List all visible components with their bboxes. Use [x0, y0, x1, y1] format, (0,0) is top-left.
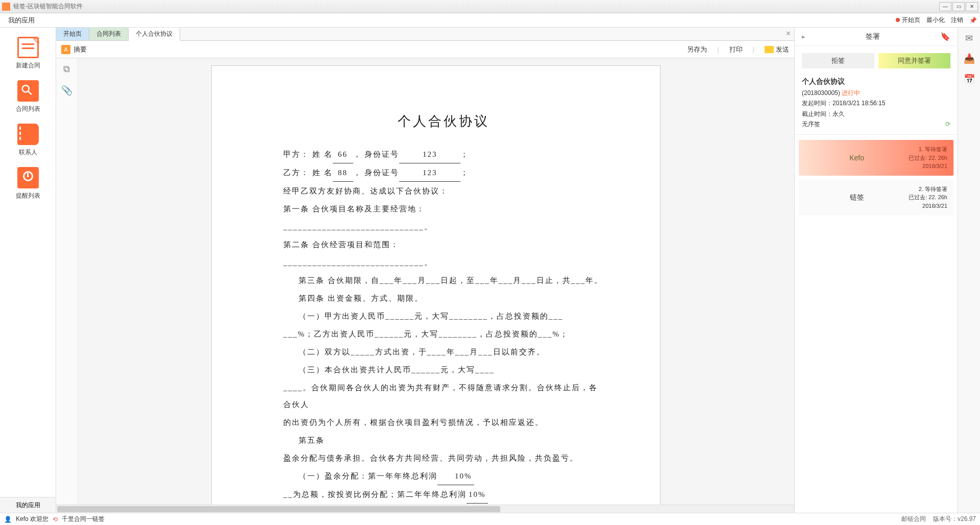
menubar: 我的应用 开始页 最小化 注销 📌	[0, 13, 980, 28]
inbox-icon[interactable]: 📥	[963, 52, 976, 65]
signer-status: 1. 等待签署	[909, 145, 947, 154]
status-bar: 👤 Kefo 欢迎您 ⟲ 千里合同一链签 邮链合同 版本号：v26.97	[0, 513, 980, 525]
bookmark-icon[interactable]: 🔖	[940, 32, 950, 41]
document-scroll[interactable]: 个人合伙协议 甲方： 姓 名66， 身份证号123； 乙方： 姓 名88， 身份…	[78, 58, 794, 505]
menu-start-page[interactable]: 开始页	[896, 16, 920, 25]
tab-start[interactable]: 开始页	[56, 28, 89, 40]
sign-actions: 拒签 同意并签署	[795, 46, 958, 76]
copy-icon[interactable]: ⧉	[61, 63, 72, 75]
notification-dot-icon	[896, 18, 900, 22]
collapse-icon[interactable]: ▸	[802, 33, 805, 40]
signer-list: Kefo 1. 等待签署 已过去: 22. 26h 2018/3/21 链签 2…	[795, 135, 958, 220]
signer-date: 2018/3/21	[909, 202, 947, 210]
sidebar-my-app-button[interactable]: 我的应用	[0, 497, 56, 513]
contacts-icon	[17, 124, 39, 145]
center-panel: 开始页 合同列表 个人合伙协议 ✕ A 摘要 另存为 | 打印 | 发送	[56, 28, 794, 513]
signer-card[interactable]: Kefo 1. 等待签署 已过去: 22. 26h 2018/3/21	[799, 140, 953, 176]
sidebar-label: 新建合同	[16, 61, 40, 70]
sidebar-label: 提醒列表	[16, 192, 40, 200]
end-time: 永久	[832, 110, 845, 117]
party-b-line: 乙方： 姓 名88， 身份证号123；	[283, 164, 604, 182]
send-button[interactable]: 发送	[765, 45, 789, 54]
contract-info: 个人合伙协议 (2018030005) 进行中 发起时间：2018/3/21 1…	[795, 76, 958, 135]
agree-sign-button[interactable]: 同意并签署	[878, 53, 951, 68]
window-buttons: — ▭ ✕	[939, 2, 978, 11]
status-network: 邮链合同	[901, 515, 926, 523]
tab-bar: 开始页 合同列表 个人合伙协议 ✕	[56, 28, 794, 41]
signer-name: 链签	[805, 185, 909, 210]
contract-name: 个人合伙协议	[802, 76, 950, 88]
menu-my-app[interactable]: 我的应用	[3, 14, 40, 27]
start-time: 2018/3/21 18:56:15	[832, 100, 885, 107]
party-a-line: 甲方： 姓 名66， 身份证号123；	[283, 146, 604, 163]
sign-order: 无序签	[802, 119, 950, 129]
tabs-close-icon[interactable]: ✕	[786, 30, 791, 37]
main-layout: 新建合同 合同列表 联系人 提醒列表 我的应用 开始页 合同列表 个人合伙协议 …	[0, 28, 980, 513]
abstract-button[interactable]: A 摘要	[61, 45, 87, 54]
signer-status: 2. 等待签署	[909, 185, 947, 194]
save-as-button[interactable]: 另存为	[687, 45, 707, 54]
search-icon	[17, 80, 39, 102]
right-icon-strip: ✉ 📥 📅	[958, 28, 980, 513]
link-icon: ⟲	[53, 516, 58, 523]
sidebar-item-contacts[interactable]: 联系人	[8, 118, 48, 162]
status-user: Kefo 欢迎您	[16, 515, 48, 523]
app-title: 链签-区块链智能合同软件	[13, 2, 939, 11]
abstract-icon: A	[61, 45, 70, 54]
contract-number: (2018030005)	[802, 89, 840, 97]
new-contract-icon	[17, 37, 39, 58]
signer-name: Kefo	[805, 145, 909, 171]
status-slogan: 千里合同一链签	[62, 515, 105, 523]
document-side-toolbar: ⧉ 📎	[56, 58, 78, 505]
print-button[interactable]: 打印	[729, 45, 743, 54]
tab-partnership[interactable]: 个人合伙协议	[129, 28, 180, 41]
app-icon	[2, 3, 10, 11]
calendar-icon[interactable]: 📅	[963, 73, 976, 86]
sidebar-item-reminders[interactable]: 提醒列表	[8, 162, 48, 205]
titlebar: 链签-区块链智能合同软件 — ▭ ✕	[0, 0, 980, 13]
signer-elapsed: 已过去: 22. 26h	[909, 154, 947, 162]
left-sidebar: 新建合同 合同列表 联系人 提醒列表 我的应用	[0, 28, 56, 513]
document-toolbar: A 摘要 另存为 | 打印 | 发送	[56, 41, 794, 58]
mail-new-icon[interactable]: ✉	[963, 32, 976, 45]
signer-card[interactable]: 链签 2. 等待签署 已过去: 22. 26h 2018/3/21	[799, 180, 953, 216]
right-panel: ▸ 签署 🔖 拒签 同意并签署 个人合伙协议 (2018030005) 进行中 …	[794, 28, 958, 513]
envelope-icon	[765, 46, 774, 53]
menu-logout[interactable]: 注销	[951, 16, 963, 25]
sidebar-item-new-contract[interactable]: 新建合同	[8, 32, 48, 75]
pin-icon[interactable]: 📌	[969, 17, 977, 24]
signer-date: 2018/3/21	[909, 162, 947, 171]
reminder-icon	[17, 167, 39, 188]
sign-title: 签署	[866, 32, 880, 41]
maximize-button[interactable]: ▭	[952, 2, 965, 11]
status-version: v26.97	[958, 515, 976, 522]
signer-elapsed: 已过去: 22. 26h	[909, 193, 947, 202]
abstract-label: 摘要	[74, 45, 87, 54]
document-title: 个人合伙协议	[283, 107, 604, 136]
refresh-icon[interactable]: ⟳	[945, 119, 950, 129]
tab-contract-list[interactable]: 合同列表	[89, 28, 129, 40]
scrollbar-thumb[interactable]	[57, 506, 500, 512]
sidebar-label: 联系人	[19, 148, 37, 157]
menu-minimize[interactable]: 最小化	[926, 16, 945, 25]
sidebar-bottom: 我的应用	[0, 497, 56, 513]
minimize-button[interactable]: —	[939, 2, 951, 11]
user-icon: 👤	[4, 516, 12, 523]
document-page: 个人合伙协议 甲方： 姓 名66， 身份证号123； 乙方： 姓 名88， 身份…	[211, 65, 660, 505]
sidebar-item-contract-list[interactable]: 合同列表	[8, 75, 48, 118]
attachment-icon[interactable]: 📎	[61, 85, 72, 96]
sidebar-label: 合同列表	[16, 105, 40, 113]
document-body: ⧉ 📎 个人合伙协议 甲方： 姓 名66， 身份证号123； 乙方： 姓 名88…	[56, 58, 794, 505]
close-button[interactable]: ✕	[966, 2, 978, 11]
right-panel-header: ▸ 签署 🔖	[795, 28, 958, 46]
reject-button[interactable]: 拒签	[802, 53, 874, 68]
contract-status: 进行中	[842, 89, 860, 97]
horizontal-scrollbar[interactable]	[56, 505, 794, 513]
